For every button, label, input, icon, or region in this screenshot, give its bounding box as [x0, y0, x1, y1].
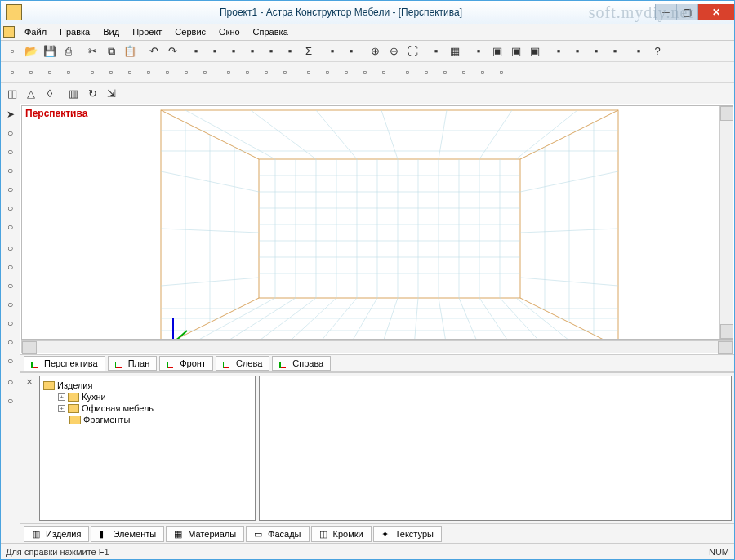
t2[interactable]: ▫ — [337, 64, 355, 82]
t2[interactable]: ▫ — [356, 64, 374, 82]
zoom-fit-icon[interactable]: ⛶ — [403, 42, 421, 60]
arrow-icon[interactable]: ➤ — [2, 106, 19, 122]
item-icon[interactable]: ▪ — [427, 42, 445, 60]
bottom-tab-Материалы[interactable]: ▦Материалы — [166, 526, 244, 542]
item-icon[interactable]: ▪ — [630, 42, 648, 60]
i[interactable]: ○ — [2, 144, 19, 160]
prism-icon[interactable]: △ — [22, 85, 40, 103]
zoom-out-icon[interactable]: ⊖ — [385, 42, 403, 60]
i[interactable]: ○ — [2, 393, 19, 409]
horizontal-scrollbar[interactable] — [21, 340, 733, 353]
item-icon[interactable]: ▪ — [225, 42, 243, 60]
sum-icon[interactable]: Σ — [300, 42, 318, 60]
copy-icon[interactable]: ⧉ — [102, 42, 120, 60]
t2[interactable]: ▫ — [399, 64, 416, 82]
view-tab-Слева[interactable]: Слева — [216, 356, 270, 371]
item-icon[interactable]: ▪ — [243, 42, 261, 60]
i[interactable]: ○ — [2, 162, 19, 179]
item-icon[interactable]: ▪ — [568, 42, 586, 60]
i[interactable]: ○ — [2, 296, 19, 313]
bottom-tab-Текстуры[interactable]: ✦Текстуры — [373, 526, 442, 542]
t2[interactable]: ▫ — [60, 64, 78, 82]
menu-Окно[interactable]: Окно — [212, 25, 247, 38]
i[interactable]: ○ — [2, 181, 19, 198]
item-icon[interactable]: ▪ — [606, 42, 624, 60]
item-icon[interactable]: ▪ — [187, 42, 205, 60]
menu-Файл[interactable]: Файл — [18, 25, 53, 38]
drop-icon[interactable]: ◊ — [41, 85, 59, 103]
t2[interactable]: ▫ — [140, 64, 158, 82]
bottom-tab-Элементы[interactable]: ▮Элементы — [91, 526, 164, 542]
t2[interactable]: ▫ — [121, 64, 139, 82]
t2[interactable]: ▫ — [158, 64, 176, 82]
item-icon[interactable]: ▪ — [470, 42, 488, 60]
t2[interactable]: ▫ — [177, 64, 195, 82]
t2[interactable]: ▫ — [238, 64, 256, 82]
t2[interactable]: ▫ — [276, 64, 294, 82]
vertical-scrollbar[interactable] — [719, 106, 733, 339]
expand-icon[interactable]: + — [58, 393, 65, 401]
expand-icon[interactable]: + — [58, 405, 65, 412]
bottom-tab-Кромки[interactable]: ◫Кромки — [311, 526, 372, 542]
view-tab-Перспектива[interactable]: Перспектива — [24, 356, 105, 371]
item-icon[interactable]: ▪ — [206, 42, 224, 60]
i[interactable]: ○ — [2, 200, 19, 216]
bottom-tab-Фасады[interactable]: ▭Фасады — [246, 526, 309, 542]
redo-icon[interactable]: ↷ — [163, 42, 181, 60]
item-icon[interactable]: ▪ — [281, 42, 299, 60]
i[interactable]: ○ — [2, 334, 19, 350]
t2[interactable]: ▫ — [220, 64, 238, 82]
panel-icon[interactable]: ▥ — [65, 85, 82, 103]
t2[interactable]: ▫ — [375, 64, 393, 82]
t2[interactable]: ▫ — [3, 64, 21, 82]
menu-Правка[interactable]: Правка — [53, 25, 96, 38]
tree-root[interactable]: Изделия — [43, 380, 252, 391]
bottom-tab-Изделия[interactable]: ▥Изделия — [24, 526, 89, 542]
zoom-in-icon[interactable]: ⊕ — [366, 42, 384, 60]
view-tab-План[interactable]: План — [108, 356, 158, 371]
t2[interactable]: ▫ — [455, 64, 473, 82]
help-icon[interactable]: ? — [648, 42, 666, 60]
open-icon[interactable]: 📂 — [22, 42, 40, 60]
menu-Проект[interactable]: Проект — [126, 25, 168, 38]
viewport[interactable]: Перспектива — [21, 105, 733, 340]
i[interactable]: ○ — [2, 374, 19, 390]
tree-item[interactable]: +Кухни — [43, 391, 252, 402]
tree-pane[interactable]: Изделия +Кухни+Офисная мебельФрагменты — [39, 376, 256, 521]
item-icon[interactable]: ▪ — [587, 42, 605, 60]
menu-Вид[interactable]: Вид — [96, 25, 126, 38]
t2[interactable]: ▫ — [318, 64, 336, 82]
cut-icon[interactable]: ✂ — [83, 42, 101, 60]
save-icon[interactable]: 💾 — [41, 42, 59, 60]
item-icon[interactable]: ▪ — [342, 42, 360, 60]
i[interactable]: ○ — [2, 125, 19, 141]
i[interactable]: ○ — [2, 219, 19, 235]
cube-icon[interactable]: ◫ — [3, 85, 21, 103]
panel-close-button[interactable]: × — [23, 376, 36, 521]
item-icon[interactable]: ▪ — [323, 42, 341, 60]
t2[interactable]: ▫ — [474, 64, 492, 82]
t2[interactable]: ▫ — [41, 64, 59, 82]
close-button[interactable]: ✕ — [697, 4, 734, 20]
ext-icon[interactable]: ⇲ — [102, 85, 120, 103]
new-icon[interactable]: ▫ — [3, 42, 21, 60]
menu-Сервис[interactable]: Сервис — [168, 25, 212, 38]
t2[interactable]: ▫ — [492, 64, 510, 82]
tree-item[interactable]: +Офисная мебель — [43, 402, 252, 414]
t2[interactable]: ▫ — [22, 64, 40, 82]
t2[interactable]: ▫ — [436, 64, 454, 82]
i[interactable]: ○ — [2, 278, 19, 294]
box-icon[interactable]: ▣ — [507, 42, 525, 60]
menu-Справка[interactable]: Справка — [247, 25, 295, 38]
item-icon[interactable]: ▪ — [550, 42, 568, 60]
i[interactable]: ○ — [2, 259, 19, 275]
app-menu-icon[interactable] — [3, 26, 15, 38]
item-icon[interactable]: ▪ — [262, 42, 280, 60]
rot-icon[interactable]: ↻ — [83, 85, 101, 103]
t2[interactable]: ▫ — [300, 64, 318, 82]
box-icon[interactable]: ▣ — [526, 42, 544, 60]
box-icon[interactable]: ▣ — [488, 42, 506, 60]
view-tab-Фронт[interactable]: Фронт — [159, 356, 213, 371]
print-icon[interactable]: ⎙ — [60, 42, 78, 60]
t2[interactable]: ▫ — [257, 64, 275, 82]
